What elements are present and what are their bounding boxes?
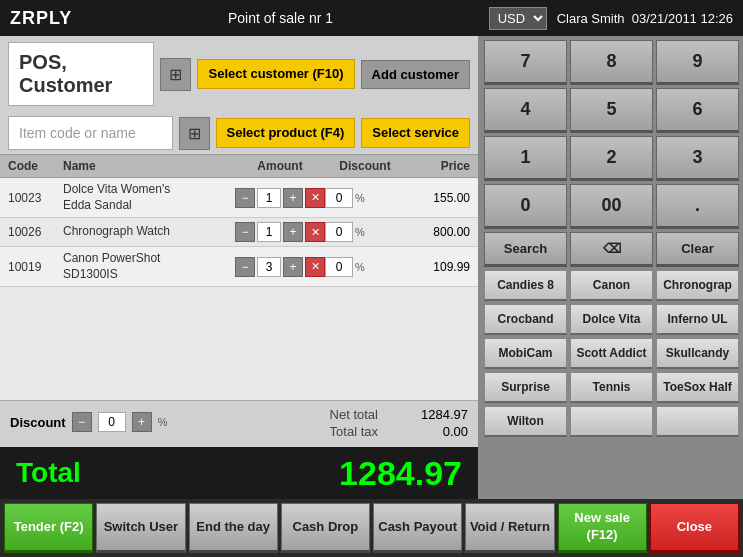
cash-drop-btn[interactable]: Cash Drop	[281, 503, 370, 553]
grand-total-value: 1284.97	[339, 454, 462, 493]
left-panel: POS, Customer ⊞ Select customer (F10) Ad…	[0, 36, 480, 499]
discount-input[interactable]	[325, 222, 353, 242]
shortcut-canon[interactable]: Canon	[570, 270, 653, 301]
pos-label: Point of sale nr 1	[82, 10, 478, 26]
order-items: 10023 Dolce Vita Women'sEdda Sandal − + …	[0, 178, 478, 400]
table-row: 10023 Dolce Vita Women'sEdda Sandal − + …	[0, 178, 478, 218]
net-total-value: 1284.97	[398, 407, 468, 422]
add-customer-btn[interactable]: Add customer	[361, 60, 470, 89]
shortcut-tennis[interactable]: Tennis	[570, 372, 653, 403]
totals-right: Net total 1284.97 Total tax 0.00	[330, 407, 468, 441]
shortcut-surprise[interactable]: Surprise	[484, 372, 567, 403]
shortcut-wilton[interactable]: Wilton	[484, 406, 567, 437]
close-btn[interactable]: Close	[650, 503, 739, 553]
shortcut-skullcandy[interactable]: Skullcandy	[656, 338, 739, 369]
shortcut-crocband[interactable]: Crocband	[484, 304, 567, 335]
discount-input[interactable]	[325, 257, 353, 277]
num-7[interactable]: 7	[484, 40, 567, 85]
total-tax-value: 0.00	[398, 424, 468, 439]
item-search-placeholder: Item code or name	[8, 116, 173, 150]
col-header-discount: Discount	[325, 159, 405, 173]
totals-section: Discount − + % Net total 1284.97 Total t…	[0, 400, 478, 447]
col-header-code: Code	[8, 159, 63, 173]
clear-btn[interactable]: Clear	[656, 232, 739, 267]
table-row: 10026 Chronograph Watch − + ✕ %	[0, 218, 478, 247]
delete-item-btn[interactable]: ✕	[305, 257, 325, 277]
shortcut-mobicam[interactable]: MobiCam	[484, 338, 567, 369]
num-2[interactable]: 2	[570, 136, 653, 181]
logo: ZRPLY	[10, 8, 72, 29]
shortcut-empty1	[570, 406, 653, 437]
table-row: 10019 Canon PowerShotSD1300IS − + ✕ %	[0, 247, 478, 287]
num-8[interactable]: 8	[570, 40, 653, 85]
qty-input[interactable]	[257, 257, 281, 277]
increase-qty-btn[interactable]: +	[283, 257, 303, 277]
currency-select[interactable]: USD EUR	[489, 7, 547, 30]
num-6[interactable]: 6	[656, 88, 739, 133]
right-panel: 7 8 9 4 5 6 1 2 3 0 00 . Search ⌫ Clear …	[480, 36, 743, 499]
void-return-btn[interactable]: Void / Return	[465, 503, 554, 553]
net-total-label: Net total	[330, 407, 378, 422]
table-header: Code Name Amount Discount Price	[0, 154, 478, 178]
decrease-qty-btn[interactable]: −	[235, 222, 255, 242]
increase-qty-btn[interactable]: +	[283, 222, 303, 242]
top-bar: ZRPLY Point of sale nr 1 USD EUR Clara S…	[0, 0, 743, 36]
num-4[interactable]: 4	[484, 88, 567, 133]
qty-input[interactable]	[257, 188, 281, 208]
decrease-qty-btn[interactable]: −	[235, 257, 255, 277]
backspace-btn[interactable]: ⌫	[570, 232, 653, 267]
cash-payout-btn[interactable]: Cash Payout	[373, 503, 462, 553]
shortcut-dolcevita[interactable]: Dolce Vita	[570, 304, 653, 335]
shortcut-chronograph[interactable]: Chronograp	[656, 270, 739, 301]
num-5[interactable]: 5	[570, 88, 653, 133]
discount-row: Discount − + %	[10, 412, 167, 432]
select-service-btn[interactable]: Select service	[361, 118, 470, 149]
grand-total-label: Total	[16, 457, 81, 489]
grand-total-bar: Total 1284.97	[0, 447, 478, 499]
col-header-name: Name	[63, 159, 235, 173]
col-header-price: Price	[405, 159, 470, 173]
end-day-btn[interactable]: End the day	[189, 503, 278, 553]
total-tax-label: Total tax	[330, 424, 378, 439]
item-keyboard-btn[interactable]: ⊞	[179, 117, 210, 150]
discount-decrease-btn[interactable]: −	[72, 412, 92, 432]
select-product-btn[interactable]: Select product (F4)	[216, 118, 356, 149]
shortcut-infernoUL[interactable]: Inferno UL	[656, 304, 739, 335]
main-area: POS, Customer ⊞ Select customer (F10) Ad…	[0, 36, 743, 499]
shortcut-toesoxhalf[interactable]: ToeSox Half	[656, 372, 739, 403]
num-1[interactable]: 1	[484, 136, 567, 181]
shortcut-grid: Candies 8 Canon Chronograp Crocband Dolc…	[484, 270, 739, 437]
col-header-amount: Amount	[235, 159, 325, 173]
qty-input[interactable]	[257, 222, 281, 242]
user-info: Clara Smith 03/21/2011 12:26	[557, 11, 733, 26]
numpad: 7 8 9 4 5 6 1 2 3 0 00 .	[484, 40, 739, 229]
customer-row: POS, Customer ⊞ Select customer (F10) Ad…	[0, 36, 478, 112]
item-search-row: Item code or name ⊞ Select product (F4) …	[0, 112, 478, 154]
num-9[interactable]: 9	[656, 40, 739, 85]
delete-item-btn[interactable]: ✕	[305, 222, 325, 242]
discount-increase-btn[interactable]: +	[132, 412, 152, 432]
bottom-bar: Tender (F2) Switch User End the day Cash…	[0, 499, 743, 557]
tender-btn[interactable]: Tender (F2)	[4, 503, 93, 553]
shortcut-scottaddict[interactable]: Scott Addict	[570, 338, 653, 369]
num-0[interactable]: 0	[484, 184, 567, 229]
delete-item-btn[interactable]: ✕	[305, 188, 325, 208]
search-btn[interactable]: Search	[484, 232, 567, 267]
global-discount-input[interactable]	[98, 412, 126, 432]
shortcut-candies8[interactable]: Candies 8	[484, 270, 567, 301]
switch-user-btn[interactable]: Switch User	[96, 503, 185, 553]
decrease-qty-btn[interactable]: −	[235, 188, 255, 208]
discount-input[interactable]	[325, 188, 353, 208]
num-00[interactable]: 00	[570, 184, 653, 229]
search-clear-row: Search ⌫ Clear	[484, 232, 739, 267]
new-sale-btn[interactable]: New sale (F12)	[558, 503, 647, 553]
customer-keyboard-btn[interactable]: ⊞	[160, 58, 191, 91]
num-dot[interactable]: .	[656, 184, 739, 229]
shortcut-empty2	[656, 406, 739, 437]
discount-label: Discount	[10, 415, 66, 430]
select-customer-btn[interactable]: Select customer (F10)	[197, 59, 354, 90]
customer-name: POS, Customer	[8, 42, 154, 106]
num-3[interactable]: 3	[656, 136, 739, 181]
increase-qty-btn[interactable]: +	[283, 188, 303, 208]
